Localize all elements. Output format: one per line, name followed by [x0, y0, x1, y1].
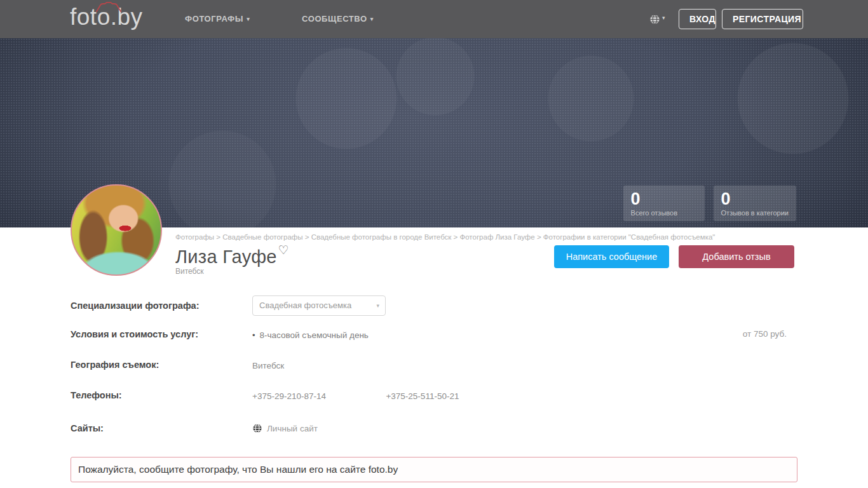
phone-number: +375-29-210-87-14 — [252, 391, 383, 401]
stat-label: Отзывов в категории — [721, 209, 789, 217]
globe-icon — [649, 14, 660, 25]
chevron-down-icon: ▾ — [247, 16, 250, 22]
language-switcher[interactable]: ▾ — [649, 13, 665, 25]
nav-item-photographers[interactable]: ФОТОГРАФЫ▾ — [185, 0, 250, 38]
register-button[interactable]: РЕГИСТРАЦИЯ — [722, 9, 803, 29]
pricing-item: 8-часовой съемочный день — [260, 330, 369, 340]
stat-label: Всего отзывов — [631, 209, 697, 217]
photographer-city: Витебск — [175, 267, 204, 276]
profile-header: Лиза Гауфе♡ — [175, 243, 289, 268]
page-title: Лиза Гауфе — [175, 247, 277, 268]
nav-item-label: ФОТОГРАФЫ — [185, 14, 243, 24]
phone-number: +375-25-511-50-21 — [386, 391, 517, 401]
camera-outline-icon — [95, 2, 122, 12]
bullet-icon: • — [252, 330, 255, 340]
review-stats: 0 Всего отзывов 0 Отзывов в категории — [623, 186, 796, 221]
favorite-heart-icon[interactable]: ♡ — [278, 243, 289, 257]
nav-item-community[interactable]: СООБЩЕСТВО▾ — [302, 0, 374, 38]
top-navbar: foto.by ФОТОГРАФЫ▾ СООБЩЕСТВО▾ ▾ ВХОД РЕ… — [0, 0, 868, 38]
pricing-label: Условия и стоимость услуг: — [71, 329, 252, 339]
specialization-select[interactable]: Свадебная фотосъемка ▾ — [252, 295, 386, 316]
site-logo[interactable]: foto.by — [70, 4, 159, 36]
profile-actions: Написать сообщение Добавить отзыв — [554, 245, 794, 268]
globe-icon — [252, 423, 262, 433]
pricing-value: от 750 руб. — [743, 329, 787, 339]
add-review-button[interactable]: Добавить отзыв — [679, 245, 794, 268]
chevron-down-icon: ▾ — [376, 296, 379, 315]
personal-site-link[interactable]: Личный сайт — [252, 423, 318, 433]
phones-label: Телефоны: — [71, 390, 252, 400]
stat-value: 0 — [721, 189, 789, 208]
site-link-label: Личный сайт — [267, 424, 318, 433]
stat-value: 0 — [631, 189, 697, 208]
selected-option: Свадебная фотосъемка — [259, 301, 351, 310]
notice-banner: Пожалуйста, сообщите фотографу, что Вы н… — [71, 457, 797, 482]
sites-label: Сайты: — [71, 423, 252, 433]
login-button[interactable]: ВХОД — [679, 9, 716, 29]
stat-category-reviews: 0 Отзывов в категории — [714, 186, 796, 221]
nav-item-label: СООБЩЕСТВО — [302, 14, 367, 24]
main-content: Фотографы > Свадебные фотографы > Свадеб… — [0, 227, 868, 488]
breadcrumb[interactable]: Фотографы > Свадебные фотографы > Свадеб… — [175, 233, 797, 241]
photographer-avatar[interactable] — [71, 184, 162, 276]
stat-total-reviews: 0 Всего отзывов — [623, 186, 705, 221]
chevron-down-icon: ▾ — [370, 16, 374, 22]
send-message-button[interactable]: Написать сообщение — [554, 245, 669, 268]
geography-value: Витебск — [252, 361, 284, 370]
chevron-down-icon: ▾ — [662, 15, 665, 21]
specializations-label: Специализации фотографа: — [71, 301, 252, 311]
geography-label: География съемок: — [71, 360, 252, 370]
